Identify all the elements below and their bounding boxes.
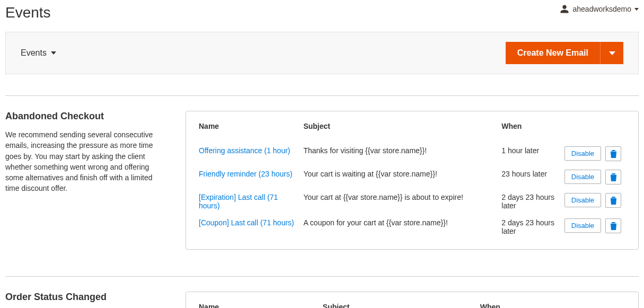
page-title: Events: [5, 4, 51, 21]
event-section: Abandoned Checkout We recommend sending …: [0, 96, 644, 276]
section-title: Abandoned Checkout: [5, 111, 164, 122]
delete-button[interactable]: [605, 193, 621, 208]
chevron-down-icon: [609, 51, 615, 55]
email-name-link[interactable]: [Expiration] Last call (71 hours): [199, 193, 278, 210]
user-icon: [560, 4, 569, 14]
chevron-down-icon: [51, 51, 56, 55]
email-when: 23 hours later: [501, 165, 564, 189]
email-subject: Your cart is waiting at {{var store.name…: [303, 165, 501, 189]
disable-button[interactable]: Disable: [564, 193, 601, 207]
delete-button[interactable]: [605, 218, 621, 233]
trash-icon: [610, 197, 617, 205]
table-row: Friendly reminder (23 hours) Your cart i…: [199, 165, 625, 189]
disable-button[interactable]: Disable: [564, 218, 601, 233]
email-when: 1 hour later: [501, 142, 564, 165]
col-when: When: [480, 296, 604, 308]
email-subject: Thanks for visiting {{var store.name}}!: [303, 142, 501, 165]
email-name-link[interactable]: [Coupon] Last call (71 hours): [199, 218, 294, 227]
col-name: Name: [199, 116, 303, 142]
email-subject: Your cart at {{var store.name}} is about…: [303, 189, 501, 214]
table-row: [Coupon] Last call (71 hours) A coupon f…: [199, 214, 625, 240]
emails-card: Name Subject When Offering assistance (1…: [186, 111, 639, 250]
disable-button[interactable]: Disable: [564, 146, 601, 161]
email-subject: A coupon for your cart at {{var store.na…: [303, 214, 501, 240]
delete-button[interactable]: [605, 146, 621, 161]
col-when: When: [501, 116, 564, 142]
trash-icon: [610, 173, 617, 181]
chevron-down-icon: [634, 8, 639, 11]
email-name-link[interactable]: Friendly reminder (23 hours): [199, 170, 293, 178]
event-section: Order Status Changed Name Subject When: [0, 277, 644, 308]
col-subject: Subject: [323, 296, 480, 308]
col-subject: Subject: [303, 116, 501, 142]
disable-button[interactable]: Disable: [564, 170, 601, 184]
scope-selector[interactable]: Events: [21, 48, 56, 58]
email-when: 2 days 23 hours later: [501, 189, 564, 214]
delete-button[interactable]: [605, 170, 621, 184]
user-name: aheadworksdemo: [572, 5, 631, 13]
table-row: [Expiration] Last call (71 hours) Your c…: [199, 189, 625, 214]
create-new-email-button[interactable]: Create New Email: [506, 42, 623, 64]
section-title: Order Status Changed: [5, 292, 164, 303]
trash-icon: [610, 150, 617, 158]
scope-label: Events: [21, 48, 47, 58]
section-description: We recommend sending several consecutive…: [5, 129, 164, 194]
email-name-link[interactable]: Offering assistance (1 hour): [199, 146, 290, 155]
table-row: Offering assistance (1 hour) Thanks for …: [199, 142, 625, 165]
toolbar: Events Create New Email: [5, 32, 639, 74]
email-when: 2 days 23 hours later: [501, 214, 564, 240]
emails-card: Name Subject When: [186, 292, 639, 308]
trash-icon: [610, 222, 617, 230]
create-new-email-dropdown[interactable]: [600, 42, 623, 64]
create-new-email-label: Create New Email: [506, 42, 600, 64]
user-menu[interactable]: aheadworksdemo: [560, 4, 639, 14]
col-name: Name: [199, 296, 323, 308]
